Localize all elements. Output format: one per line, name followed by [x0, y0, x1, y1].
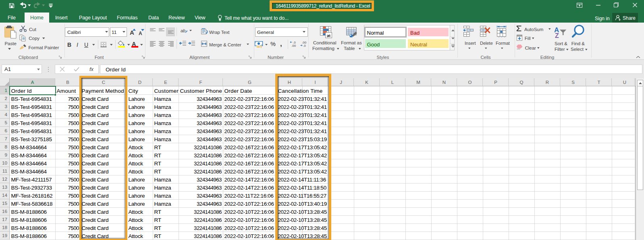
svg-text:.0: .0 [303, 44, 306, 47]
svg-text:.00: .00 [291, 44, 296, 47]
svg-text:ab: ab [181, 28, 185, 33]
svg-text:Z: Z [555, 32, 559, 38]
